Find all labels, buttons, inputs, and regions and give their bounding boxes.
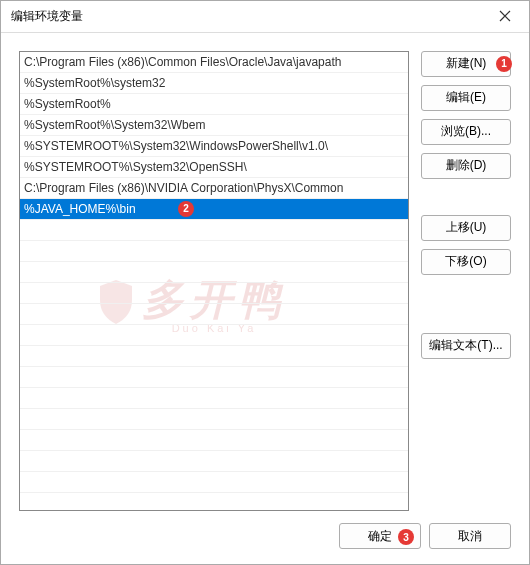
button-column: 新建(N) 1 编辑(E) 浏览(B)... 删除(D) 上移(U) 下移(O)… [421,51,511,511]
list-item[interactable] [20,409,408,430]
list-item[interactable]: %SystemRoot%\system32 [20,73,408,94]
list-item[interactable]: %SystemRoot%\System32\Wbem [20,115,408,136]
cancel-button[interactable]: 取消 [429,523,511,549]
new-button[interactable]: 新建(N) 1 [421,51,511,77]
dialog-content: 多开鸭 Duo Kai Ya C:\Program Files (x86)\Co… [1,33,529,519]
dialog-footer: 确定 3 取消 [1,519,529,564]
list-item[interactable] [20,346,408,367]
list-item[interactable] [20,325,408,346]
list-item[interactable]: C:\Program Files (x86)\NVIDIA Corporatio… [20,178,408,199]
edit-button[interactable]: 编辑(E) [421,85,511,111]
browse-button-label: 浏览(B)... [441,123,491,140]
move-up-button[interactable]: 上移(U) [421,215,511,241]
list-item[interactable] [20,472,408,493]
annotation-marker-3: 3 [398,529,414,545]
list-item[interactable] [20,304,408,325]
path-listbox[interactable]: 多开鸭 Duo Kai Ya C:\Program Files (x86)\Co… [19,51,409,511]
annotation-marker-1: 1 [496,56,512,72]
cancel-button-label: 取消 [458,528,482,545]
move-down-button-label: 下移(O) [445,253,486,270]
annotation-marker-2: 2 [178,201,194,217]
list-item[interactable] [20,388,408,409]
close-button[interactable] [489,2,521,30]
list-item[interactable] [20,262,408,283]
edit-text-button[interactable]: 编辑文本(T)... [421,333,511,359]
ok-button[interactable]: 确定 3 [339,523,421,549]
spacer [421,283,511,325]
edit-text-button-label: 编辑文本(T)... [429,337,502,354]
new-button-label: 新建(N) [446,55,487,72]
browse-button[interactable]: 浏览(B)... [421,119,511,145]
list-item[interactable]: %JAVA_HOME%\bin2 [20,199,408,220]
list-item[interactable]: %SYSTEMROOT%\System32\WindowsPowerShell\… [20,136,408,157]
move-down-button[interactable]: 下移(O) [421,249,511,275]
env-var-dialog: 编辑环境变量 多开鸭 Duo Kai Ya C:\Program Files (… [0,0,530,565]
ok-button-label: 确定 [368,528,392,545]
list-item[interactable]: C:\Program Files (x86)\Common Files\Orac… [20,52,408,73]
close-icon [499,10,511,22]
list-item[interactable] [20,451,408,472]
move-up-button-label: 上移(U) [446,219,487,236]
edit-button-label: 编辑(E) [446,89,486,106]
list-item[interactable]: %SystemRoot% [20,94,408,115]
dialog-title: 编辑环境变量 [11,8,489,25]
list-item[interactable] [20,241,408,262]
delete-button[interactable]: 删除(D) [421,153,511,179]
list-item[interactable] [20,367,408,388]
list-item[interactable] [20,220,408,241]
list-item[interactable]: %SYSTEMROOT%\System32\OpenSSH\ [20,157,408,178]
list-item[interactable] [20,283,408,304]
titlebar: 编辑环境变量 [1,1,529,33]
delete-button-label: 删除(D) [446,157,487,174]
spacer [421,187,511,207]
list-item[interactable] [20,430,408,451]
